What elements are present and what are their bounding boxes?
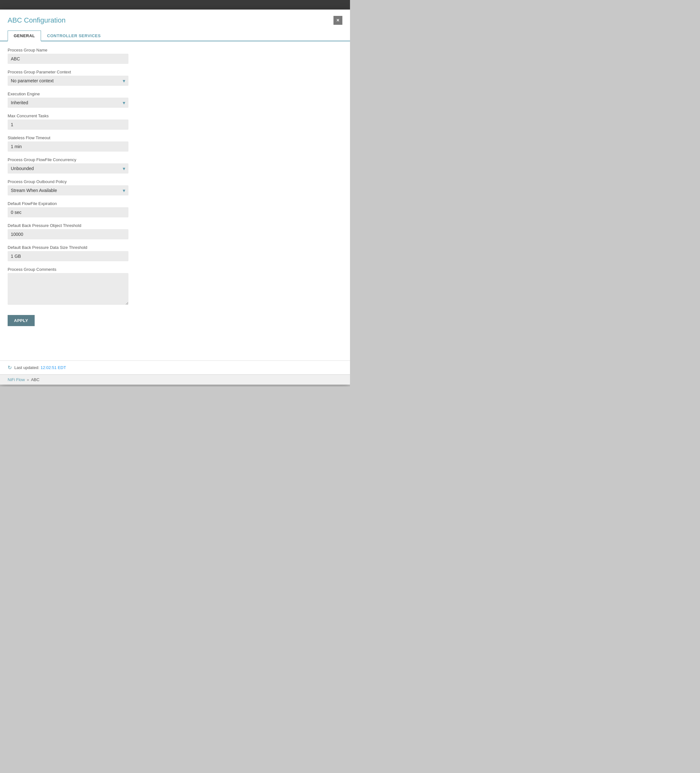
back-pressure-data-size-label: Default Back Pressure Data Size Threshol… [8,245,343,250]
parameter-context-label: Process Group Parameter Context [8,70,343,74]
stateless-flow-timeout-input[interactable] [8,141,128,151]
tabs-container: GENERAL CONTROLLER SERVICES [0,31,350,41]
execution-engine-select[interactable]: Inherited Standard Stateless [8,97,128,108]
process-group-name-input[interactable] [8,54,128,64]
last-updated-prefix: Last updated: [14,365,40,370]
flowfile-concurrency-select[interactable]: Unbounded Single FlowFile Per Node Singl… [8,163,128,174]
parameter-context-select[interactable]: No parameter context [8,76,128,86]
max-concurrent-tasks-label: Max Concurrent Tasks [8,113,343,118]
outbound-policy-group: Process Group Outbound Policy Stream Whe… [8,179,343,196]
comments-group: Process Group Comments [8,267,343,306]
apply-button[interactable]: APPLY [8,315,35,326]
process-group-name-label: Process Group Name [8,48,343,53]
back-pressure-object-label: Default Back Pressure Object Threshold [8,223,343,228]
modal-body: Process Group Name Process Group Paramet… [0,41,350,360]
flowfile-expiration-input[interactable] [8,207,128,217]
breadcrumb-separator: » [27,377,29,382]
flowfile-concurrency-select-wrapper: Unbounded Single FlowFile Per Node Singl… [8,163,128,174]
breadcrumb: NiFi Flow » ABC [0,374,350,385]
flowfile-concurrency-label: Process Group FlowFile Concurrency [8,157,343,162]
last-updated-timestamp: 12:02:51 EDT [40,365,66,370]
execution-engine-select-wrapper: Inherited Standard Stateless ▾ [8,97,128,108]
modal-header: ABC Configuration × [0,10,350,28]
max-concurrent-tasks-input[interactable] [8,120,128,130]
parameter-context-group: Process Group Parameter Context No param… [8,70,343,86]
parameter-context-select-wrapper: No parameter context ▾ [8,76,128,86]
max-concurrent-tasks-group: Max Concurrent Tasks [8,113,343,130]
tab-general[interactable]: GENERAL [8,31,41,41]
outbound-policy-label: Process Group Outbound Policy [8,179,343,184]
modal-title: ABC Configuration [8,16,66,25]
refresh-icon[interactable]: ↻ [8,365,12,371]
comments-textarea[interactable] [8,273,128,305]
abc-configuration-modal: ABC Configuration × GENERAL CONTROLLER S… [0,10,350,385]
flowfile-expiration-group: Default FlowFile Expiration [8,201,343,217]
back-pressure-data-size-group: Default Back Pressure Data Size Threshol… [8,245,343,261]
back-pressure-object-input[interactable] [8,229,128,239]
top-bar [0,0,350,10]
modal-footer: ↻ Last updated: 12:02:51 EDT [0,360,350,374]
breadcrumb-root[interactable]: NiFi Flow [8,377,25,382]
tab-controller-services[interactable]: CONTROLLER SERVICES [41,31,107,41]
stateless-flow-timeout-label: Stateless Flow Timeout [8,135,343,140]
outbound-policy-select[interactable]: Stream When Available Batch Output [8,185,128,196]
comments-label: Process Group Comments [8,267,343,272]
flowfile-expiration-label: Default FlowFile Expiration [8,201,343,206]
process-group-name-group: Process Group Name [8,48,343,64]
back-pressure-data-size-input[interactable] [8,251,128,261]
stateless-flow-timeout-group: Stateless Flow Timeout [8,135,343,151]
execution-engine-label: Execution Engine [8,92,343,96]
flowfile-concurrency-group: Process Group FlowFile Concurrency Unbou… [8,157,343,174]
outbound-policy-select-wrapper: Stream When Available Batch Output ▾ [8,185,128,196]
execution-engine-group: Execution Engine Inherited Standard Stat… [8,92,343,108]
breadcrumb-current: ABC [31,377,40,382]
close-button[interactable]: × [333,16,343,25]
back-pressure-object-group: Default Back Pressure Object Threshold [8,223,343,239]
